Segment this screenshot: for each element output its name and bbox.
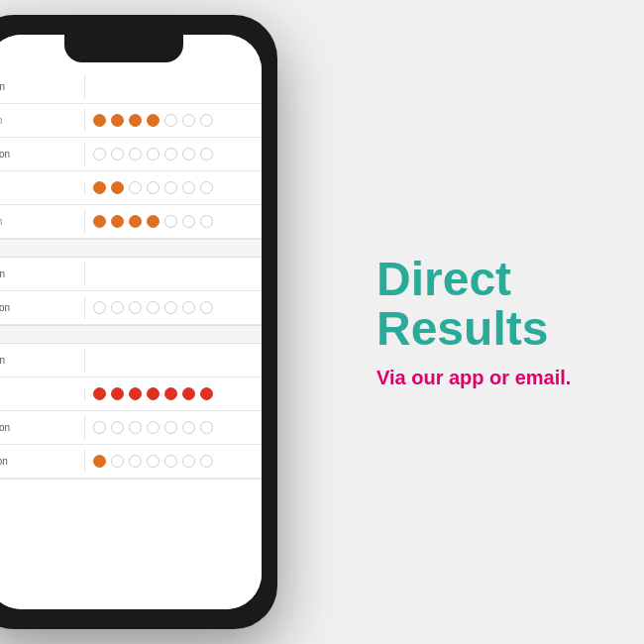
dot-empty: [182, 181, 195, 194]
scene: on m: [0, 0, 644, 644]
dot-filled: [147, 114, 160, 127]
table-row: on: [0, 70, 262, 104]
dot-empty: [164, 421, 177, 434]
dot-empty: [147, 301, 160, 314]
table-row: on: [0, 344, 262, 377]
dot-filled: [111, 387, 124, 400]
dot-filled: [93, 455, 106, 468]
dot-filled: [93, 114, 106, 127]
dot-empty: [182, 455, 195, 468]
table-row: m: [0, 104, 262, 138]
table-row: [0, 171, 262, 205]
dot-empty: [147, 455, 160, 468]
dot-empty: [164, 114, 177, 127]
row-label: tion: [0, 143, 85, 165]
subheading: Via our app or email.: [376, 364, 614, 389]
table-row: [0, 377, 262, 411]
dot-empty: [164, 455, 177, 468]
dot-filled: [147, 215, 160, 228]
dot-empty: [200, 181, 213, 194]
row-label: on: [0, 263, 85, 285]
row-label: tion: [0, 416, 85, 439]
dot-empty: [164, 181, 177, 194]
section-gap: [0, 326, 262, 344]
dot-empty: [200, 114, 213, 127]
table-row: tion: [0, 411, 262, 445]
dot-filled: [147, 387, 160, 400]
row-label: ton: [0, 450, 85, 473]
dot-empty: [111, 148, 124, 161]
dots-container: [85, 381, 221, 406]
phone-notch: [64, 35, 183, 62]
dot-empty: [93, 301, 106, 314]
dot-empty: [147, 148, 160, 161]
dot-empty: [164, 148, 177, 161]
dot-filled: [200, 387, 213, 400]
dot-empty: [200, 455, 213, 468]
phone-screen: on m: [0, 35, 262, 609]
dot-empty: [129, 421, 142, 434]
dot-empty: [129, 148, 142, 161]
row-label: on: [0, 349, 85, 372]
dot-filled: [182, 387, 195, 400]
dot-empty: [182, 421, 195, 434]
dots-container: [85, 175, 221, 200]
section-gap: [0, 240, 262, 258]
dot-empty: [182, 215, 195, 228]
heading-direct: Direct: [376, 255, 614, 304]
dot-empty: [129, 181, 142, 194]
dot-empty: [93, 421, 106, 434]
phone-mockup: on m: [0, 15, 277, 629]
dot-filled: [129, 215, 142, 228]
dot-empty: [129, 455, 142, 468]
dot-empty: [147, 421, 160, 434]
dot-empty: [200, 215, 213, 228]
dot-empty: [129, 301, 142, 314]
dot-filled: [129, 114, 142, 127]
row-label: m: [0, 109, 85, 132]
dot-empty: [147, 181, 160, 194]
dots-container: [85, 142, 221, 166]
dot-empty: [182, 301, 195, 314]
dots-container: [85, 449, 221, 474]
dot-empty: [93, 148, 106, 161]
table-section-2: on tion: [0, 258, 262, 326]
table-row: ton: [0, 445, 262, 479]
dot-empty: [200, 421, 213, 434]
table-row: tion: [0, 291, 262, 325]
dots-container: [85, 209, 221, 234]
dot-filled: [93, 181, 106, 194]
dot-empty: [182, 114, 195, 127]
table-section-1: on m: [0, 70, 262, 240]
dot-filled: [129, 387, 142, 400]
screen-content: on m: [0, 35, 262, 609]
dot-empty: [164, 215, 177, 228]
table-section-3: on: [0, 344, 262, 480]
dot-filled: [111, 181, 124, 194]
row-label: on: [0, 75, 85, 98]
dots-container: [85, 355, 101, 367]
dot-filled: [164, 387, 177, 400]
dot-filled: [93, 215, 106, 228]
dot-empty: [111, 421, 124, 434]
dot-filled: [111, 114, 124, 127]
dot-empty: [111, 455, 124, 468]
dot-filled: [93, 387, 106, 400]
table-row: tion: [0, 138, 262, 171]
dots-container: [85, 268, 101, 280]
row-label: [0, 388, 85, 400]
dots-container: [85, 81, 101, 93]
right-content: Direct Results Via our app or email.: [337, 255, 614, 390]
dot-filled: [111, 215, 124, 228]
heading-results: Results: [376, 304, 614, 354]
row-label: [0, 182, 85, 194]
row-label: tion: [0, 296, 85, 319]
table-row: on: [0, 258, 262, 291]
row-label: m: [0, 210, 85, 233]
dot-empty: [182, 148, 195, 161]
dot-empty: [200, 301, 213, 314]
dot-empty: [111, 301, 124, 314]
dot-empty: [164, 301, 177, 314]
table-row: m: [0, 205, 262, 239]
dots-container: [85, 108, 221, 133]
